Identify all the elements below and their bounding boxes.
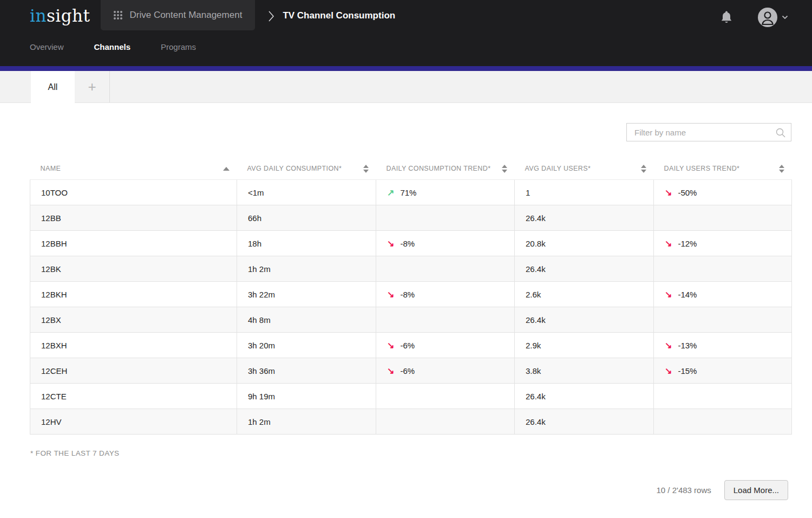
filter-row <box>0 103 812 141</box>
column-header-avg-daily-consumption[interactable]: AVG DAILY CONSUMPTION* <box>237 158 376 180</box>
sort-toggle-icon <box>641 165 646 173</box>
table-row[interactable]: 12BX 4h 8m 26.4k <box>30 307 792 333</box>
load-more-button[interactable]: Load More... <box>724 480 788 500</box>
notifications-button[interactable] <box>720 10 733 24</box>
cell-users-trend: ↘-50% <box>654 180 792 205</box>
trend-value: -12% <box>678 239 697 248</box>
grid-icon <box>114 11 122 20</box>
trend-down-icon: ↘ <box>665 366 672 375</box>
cell-consumption: 66h <box>237 205 376 231</box>
cell-users: 20.8k <box>515 231 654 256</box>
table-body: 10TOO <1m ↗71% 1 ↘-50% 12BB 66h 26.4k 12… <box>30 180 792 435</box>
chevron-down-icon <box>782 15 788 20</box>
cell-users-trend: ↘-13% <box>654 333 792 358</box>
table-row[interactable]: 12BKH 3h 22m ↘-8% 2.6k ↘-14% <box>30 282 792 307</box>
search-icon <box>775 127 786 140</box>
column-header-avg-daily-users[interactable]: AVG DAILY USERS* <box>515 158 654 180</box>
trend-down-icon: ↘ <box>387 341 394 350</box>
page-title: TV Channel Consumption <box>283 10 395 21</box>
trend-down-icon: ↘ <box>665 290 672 299</box>
trend-value: -15% <box>678 366 697 375</box>
trend-down-icon: ↘ <box>387 290 394 299</box>
cell-consumption-trend <box>376 384 515 409</box>
table-row[interactable]: 12BB 66h 26.4k <box>30 205 792 231</box>
cell-users-trend <box>654 384 792 409</box>
nav-item-channels[interactable]: Channels <box>94 42 131 51</box>
header-top: insight Drive Content Management TV Chan… <box>0 0 812 33</box>
trend-up-icon: ↗ <box>387 188 394 197</box>
filter-box <box>626 123 791 141</box>
table-row[interactable]: 12BXH 3h 20m ↘-6% 2.9k ↘-13% <box>30 333 792 358</box>
cell-users-trend <box>654 307 792 333</box>
cell-consumption-trend <box>376 307 515 333</box>
table-row[interactable]: 10TOO <1m ↗71% 1 ↘-50% <box>30 180 792 205</box>
filter-input[interactable] <box>627 124 791 141</box>
accent-bar <box>0 66 812 71</box>
channels-table: NAME AVG DAILY CONSUMPTION* DAILY CONSUM… <box>30 158 792 435</box>
cell-name: 12BXH <box>30 333 237 358</box>
sort-toggle-icon <box>363 165 369 173</box>
cell-name: 10TOO <box>30 180 237 205</box>
trend-down-icon: ↘ <box>665 239 672 248</box>
table-row[interactable]: 12CEH 3h 36m ↘-6% 3.8k ↘-15% <box>30 358 792 384</box>
trend-down-icon: ↘ <box>387 366 394 375</box>
nav-item-overview[interactable]: Overview <box>30 42 64 51</box>
cell-consumption-trend: ↘-6% <box>376 333 515 358</box>
cell-name: 12BKH <box>30 282 237 307</box>
cell-consumption-trend: ↗71% <box>376 180 515 205</box>
cell-users: 26.4k <box>515 307 654 333</box>
tab-strip: All + <box>0 71 812 103</box>
chevron-right-icon <box>268 10 274 25</box>
cell-users: 3.8k <box>515 358 654 384</box>
nav-item-programs[interactable]: Programs <box>161 42 196 51</box>
table-row[interactable]: 12HV 1h 2m 26.4k <box>30 409 792 435</box>
trend-value: -6% <box>400 341 415 350</box>
table-row[interactable]: 12CTE 9h 19m 26.4k <box>30 384 792 409</box>
app-switcher-label: Drive Content Management <box>129 10 242 21</box>
cell-users-trend <box>654 205 792 231</box>
account-menu-button[interactable] <box>758 8 788 27</box>
add-tab-button[interactable]: + <box>75 71 110 102</box>
column-header-daily-consumption-trend[interactable]: DAILY CONSUMPTION TREND* <box>376 158 515 180</box>
cell-consumption-trend <box>376 409 515 435</box>
cell-users: 26.4k <box>515 409 654 435</box>
sort-toggle-icon <box>779 165 784 173</box>
app-logo: insight <box>30 7 90 25</box>
rows-count: 10 / 2'483 rows <box>657 485 711 495</box>
cell-consumption: <1m <box>237 180 376 205</box>
cell-consumption-trend <box>376 205 515 231</box>
trend-value: -8% <box>400 239 415 248</box>
trend-value: -14% <box>678 290 697 299</box>
trend-value: -6% <box>400 366 415 375</box>
app-header: insight Drive Content Management TV Chan… <box>0 0 812 66</box>
cell-consumption: 3h 20m <box>237 333 376 358</box>
cell-users-trend <box>654 409 792 435</box>
cell-users-trend: ↘-15% <box>654 358 792 384</box>
cell-users-trend <box>654 256 792 282</box>
cell-name: 12HV <box>30 409 237 435</box>
cell-consumption-trend <box>376 256 515 282</box>
trend-down-icon: ↘ <box>665 341 672 350</box>
table-row[interactable]: 12BK 1h 2m 26.4k <box>30 256 792 282</box>
trend-down-icon: ↘ <box>387 239 394 248</box>
column-header-daily-users-trend[interactable]: DAILY USERS TREND* <box>654 158 792 180</box>
cell-consumption: 9h 19m <box>237 384 376 409</box>
avatar-icon <box>758 8 777 27</box>
cell-users: 1 <box>515 180 654 205</box>
cell-name: 12CEH <box>30 358 237 384</box>
app-switcher-button[interactable]: Drive Content Management <box>101 0 255 30</box>
header-right <box>720 0 812 27</box>
cell-name: 12CTE <box>30 384 237 409</box>
cell-name: 12BB <box>30 205 237 231</box>
main-nav: Overview Channels Programs <box>0 42 812 51</box>
channels-table-wrap: NAME AVG DAILY CONSUMPTION* DAILY CONSUM… <box>30 158 791 435</box>
tab-all[interactable]: All <box>31 71 75 103</box>
cell-consumption-trend: ↘-8% <box>376 282 515 307</box>
plus-icon: + <box>88 79 96 95</box>
cell-consumption: 1h 2m <box>237 256 376 282</box>
content: NAME AVG DAILY CONSUMPTION* DAILY CONSUM… <box>0 103 812 500</box>
trend-down-icon: ↘ <box>665 188 672 197</box>
table-row[interactable]: 12BBH 18h ↘-8% 20.8k ↘-12% <box>30 231 792 256</box>
column-header-name[interactable]: NAME <box>30 158 237 180</box>
sort-toggle-icon <box>502 165 507 173</box>
